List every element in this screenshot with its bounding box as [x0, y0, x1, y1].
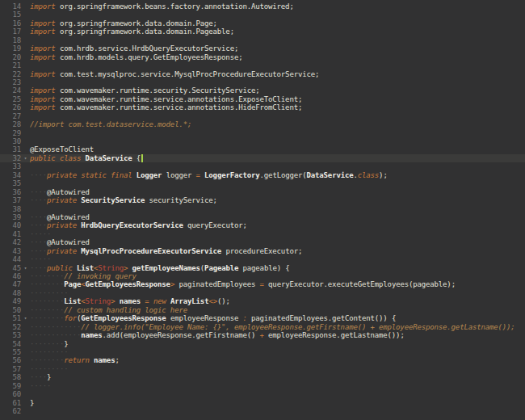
code-text: ········// custom handling logic here: [30, 306, 187, 314]
code-line[interactable]: 45▾····public List<String> getEmployeeNa…: [0, 264, 525, 272]
code-line[interactable]: 47········Page<GetEmployeesResponse> pag…: [0, 280, 525, 288]
code-line[interactable]: 27: [0, 112, 525, 120]
line-number: 57: [0, 365, 21, 373]
code-line[interactable]: 52············// logger.info("Employee N…: [0, 323, 525, 331]
code-text: ········return names;: [30, 356, 120, 364]
line-number: 26: [0, 103, 21, 111]
code-line[interactable]: 14import org.springframework.beans.facto…: [0, 2, 525, 10]
code-line[interactable]: 53············names.add(employeeResponse…: [0, 331, 525, 339]
code-line[interactable]: 24import com.wavemaker.runtime.security.…: [0, 86, 525, 94]
line-number: 15: [0, 10, 21, 19]
code-line[interactable]: 21: [0, 61, 525, 69]
code-line[interactable]: 20import com.hrdb.models.query.GetEmploy…: [0, 53, 525, 61]
code-line[interactable]: 41·····: [0, 230, 525, 238]
code-line[interactable]: 34····private static final Logger logger…: [0, 171, 525, 179]
code-line[interactable]: 39····@Autowired: [0, 213, 525, 221]
code-text: ·····: [30, 382, 51, 390]
fold-spacer: [21, 27, 30, 36]
code-line[interactable]: 31@ExposeToClient: [0, 145, 525, 153]
code-line[interactable]: 19import com.hrdb.service.HrdbQueryExecu…: [0, 44, 525, 52]
code-text: ········Page<GetEmployeesResponse> pagin…: [30, 280, 456, 288]
fold-spacer: [21, 365, 30, 373]
fold-arrow-icon[interactable]: ▾: [21, 154, 30, 162]
code-line[interactable]: 46········// invoking query: [0, 272, 525, 280]
code-line[interactable]: 59·····: [0, 382, 525, 390]
fold-arrow-icon[interactable]: ▾: [21, 264, 30, 272]
code-line[interactable]: 43····private MysqlProcProcedureExecutor…: [0, 247, 525, 255]
line-number: 42: [0, 238, 21, 246]
line-number: 51: [0, 314, 21, 322]
fold-spacer: [21, 340, 30, 348]
code-line[interactable]: 33: [0, 162, 525, 170]
code-text: import com.wavemaker.runtime.service.ann…: [30, 103, 302, 111]
code-text: import com.hrdb.models.query.GetEmployee…: [30, 53, 242, 61]
code-line[interactable]: 62: [0, 407, 525, 415]
code-text: ········// invoking query: [30, 272, 136, 280]
code-line[interactable]: 16import org.springframework.data.domain…: [0, 19, 525, 27]
line-number: 41: [0, 230, 21, 238]
fold-spacer: [21, 19, 30, 27]
code-text: import com.wavemaker.runtime.service.ann…: [30, 95, 302, 103]
code-text: ·········: [30, 289, 68, 297]
fold-arrow-icon[interactable]: ▾: [21, 314, 30, 322]
line-number: 37: [0, 196, 21, 204]
code-text: ····}: [30, 373, 51, 381]
fold-spacer: [21, 373, 30, 381]
code-line[interactable]: 44·····: [0, 255, 525, 263]
code-line[interactable]: 58····}: [0, 373, 525, 381]
code-line[interactable]: 57·········: [0, 365, 525, 373]
code-line[interactable]: 18: [0, 36, 525, 44]
code-editor[interactable]: 14import org.springframework.beans.facto…: [0, 0, 525, 420]
line-number: 55: [0, 348, 21, 356]
code-line[interactable]: 42····@Autowired: [0, 238, 525, 246]
code-text: import org.springframework.data.domain.P…: [30, 19, 217, 27]
line-number: 56: [0, 356, 21, 364]
fold-spacer: [21, 188, 30, 196]
line-number: 46: [0, 272, 21, 280]
code-line[interactable]: 61}: [0, 399, 525, 407]
code-line[interactable]: 54········}: [0, 340, 525, 348]
line-number: 53: [0, 331, 21, 339]
code-line[interactable]: 49········List<String> names = new Array…: [0, 297, 525, 305]
fold-spacer: [21, 213, 30, 221]
code-line[interactable]: 30: [0, 137, 525, 145]
fold-spacer: [21, 407, 30, 415]
code-line[interactable]: 37····private SecurityService securitySe…: [0, 196, 525, 204]
code-line[interactable]: 38: [0, 205, 525, 213]
line-number: 22: [0, 70, 21, 78]
line-number: 47: [0, 280, 21, 288]
fold-spacer: [21, 331, 30, 339]
fold-spacer: [21, 162, 30, 170]
code-line[interactable]: 22import com.test.mysqlproc.service.Mysq…: [0, 70, 525, 78]
fold-spacer: [21, 399, 30, 407]
line-number: 45: [0, 264, 21, 272]
line-number: 54: [0, 340, 21, 348]
line-number: 61: [0, 399, 21, 407]
code-line[interactable]: 60: [0, 390, 525, 398]
code-text: ········List<String> names = new ArrayLi…: [30, 297, 230, 305]
line-number: 43: [0, 247, 21, 255]
code-text: ····@Autowired: [30, 188, 90, 196]
code-line[interactable]: 40····private HrdbQueryExecutorService q…: [0, 221, 525, 229]
code-line[interactable]: 48·········: [0, 289, 525, 297]
code-line-current[interactable]: 32▾public class DataService {: [0, 154, 525, 162]
code-line[interactable]: 55·········: [0, 348, 525, 356]
code-line[interactable]: 35: [0, 179, 525, 187]
code-line[interactable]: 26import com.wavemaker.runtime.service.a…: [0, 103, 525, 111]
fold-spacer: [21, 112, 30, 120]
code-line[interactable]: 56········return names;: [0, 356, 525, 364]
code-area[interactable]: 14import org.springframework.beans.facto…: [0, 2, 525, 415]
code-line[interactable]: 17import org.springframework.data.domain…: [0, 27, 525, 36]
code-line[interactable]: 36····@Autowired: [0, 188, 525, 196]
code-line[interactable]: 23: [0, 78, 525, 86]
code-text: ········}: [30, 340, 68, 348]
code-text: }: [30, 399, 34, 407]
code-line[interactable]: 28//import com.test.dataservice.model.*;: [0, 120, 525, 128]
code-line[interactable]: 29: [0, 129, 525, 137]
code-text: ·········: [30, 365, 68, 373]
code-text: ·····: [30, 230, 51, 238]
code-line[interactable]: 50········// custom handling logic here: [0, 306, 525, 314]
code-line[interactable]: 51▾········for(GetEmployeesResponse empl…: [0, 314, 525, 322]
code-line[interactable]: 15: [0, 10, 525, 19]
code-line[interactable]: 25import com.wavemaker.runtime.service.a…: [0, 95, 525, 103]
